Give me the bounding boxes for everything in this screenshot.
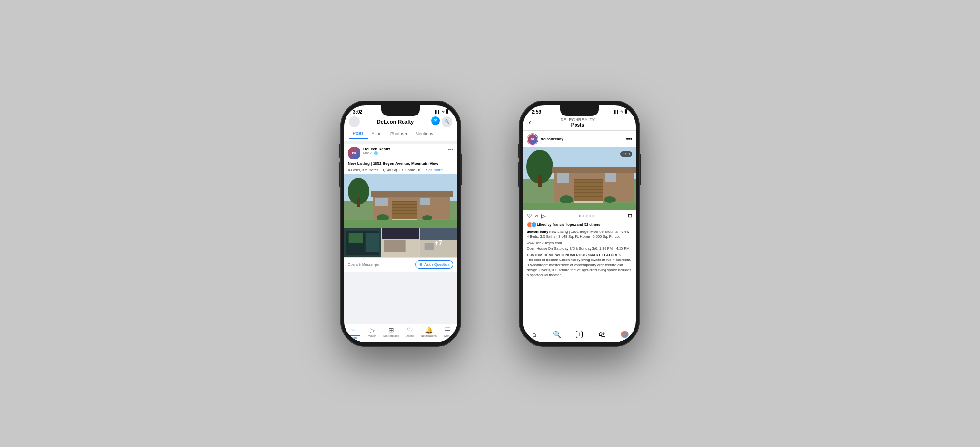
- ig-custom-home-title: CUSTOM HOME WITH NUMEROUS SMART FEATURES: [527, 253, 632, 258]
- svg-rect-41: [574, 192, 603, 193]
- ig-add-icon: +: [576, 331, 582, 338]
- fb-listing-detail: 4 Beds, 3.5 Baths | 3,148 Sq. Ft. Home |…: [348, 167, 453, 173]
- fb-page-avatar: DR: [348, 147, 360, 159]
- ig-username-header: DELEONREALTY: [535, 117, 620, 122]
- ig-like-icon[interactable]: ♡: [527, 213, 532, 219]
- ig-dot-5: [592, 215, 594, 217]
- fb-nav-dating[interactable]: ♡ Dating: [401, 326, 419, 339]
- ig-search-icon: 🔍: [553, 331, 561, 338]
- svg-rect-10: [392, 210, 417, 211]
- ig-caption: deleonrealty New Listing | 1652 Begen Av…: [523, 229, 636, 279]
- tab-photos[interactable]: Photos ▾: [387, 129, 412, 139]
- fb-see-more[interactable]: See more: [426, 168, 443, 172]
- svg-point-46: [560, 195, 573, 204]
- svg-rect-43: [557, 173, 569, 183]
- watch-icon: ▷: [370, 326, 375, 334]
- ig-posts-title: Posts: [535, 122, 620, 128]
- fb-content: DR DeLeon Realty Mar 2 · 🌐 ••• New Listi…: [344, 141, 457, 324]
- svg-rect-18: [344, 220, 457, 228]
- home-icon: ⌂: [351, 326, 355, 334]
- fb-post-body: New Listing | 1652 Begen Avenue, Mountai…: [344, 161, 457, 174]
- svg-rect-39: [574, 186, 603, 187]
- fb-back-button[interactable]: ‹: [349, 116, 360, 127]
- fb-battery-icon: ▊: [446, 110, 448, 114]
- fb-post-card: DR DeLeon Realty Mar 2 · 🌐 ••• New Listi…: [344, 144, 457, 272]
- fb-post-more[interactable]: •••: [448, 147, 453, 152]
- ig-photo-counter: 1/10: [620, 151, 632, 157]
- tab-posts[interactable]: Posts: [349, 129, 368, 139]
- svg-rect-12: [392, 216, 417, 216]
- fb-search-button[interactable]: 🔍: [442, 116, 452, 127]
- fb-opens-messenger-label: Opens in Messenger: [348, 263, 379, 266]
- ig-nav-search[interactable]: 🔍: [546, 331, 568, 338]
- fb-nav-home[interactable]: ⌂ Home: [344, 326, 363, 339]
- ig-status-icons: ▌▌ ∿ ▊: [614, 110, 627, 114]
- ig-likes-text: Liked by francis_lopez and 52 others: [537, 222, 600, 227]
- fb-post-author: DeLeon Realty: [363, 147, 390, 151]
- ig-dot-1: [579, 215, 581, 217]
- messenger-icon[interactable]: ✉: [431, 116, 440, 125]
- ig-liker-avatar-2: [531, 222, 537, 228]
- fb-tabs: Posts About Photos ▾ Mentions: [349, 129, 452, 139]
- fb-nav-marketplace[interactable]: ⊞ Marketplace: [382, 326, 401, 339]
- svg-rect-11: [392, 213, 417, 214]
- fb-nav-menu[interactable]: ☰ Menu: [438, 326, 457, 339]
- svg-rect-48: [523, 203, 636, 210]
- ig-handle[interactable]: deleonrealty: [541, 137, 626, 141]
- fb-post-actions: Opens in Messenger ⊕ Ask a Question: [344, 257, 457, 272]
- ig-details: 4 Beds, 3.5 Baths | 3,148 Sq. Ft. Home |…: [527, 234, 620, 239]
- notch-right: [560, 105, 599, 116]
- ig-nav-shop[interactable]: 🛍: [591, 331, 613, 338]
- ig-wifi-icon: ∿: [620, 110, 623, 114]
- svg-rect-42: [574, 196, 603, 197]
- svg-rect-25: [384, 240, 406, 252]
- svg-rect-13: [375, 198, 388, 206]
- ig-content: DR deleonrealty •••: [523, 131, 636, 328]
- fb-image-grid: +7: [344, 174, 457, 257]
- ig-shop-icon: 🛍: [599, 331, 605, 338]
- fb-bottom-nav: ⌂ Home ▷ Watch ⊞ Marketplace ♡ Dating: [344, 324, 457, 342]
- ig-back-button[interactable]: ‹: [529, 118, 531, 126]
- ig-profile-avatar: [621, 331, 629, 338]
- ig-nav-profile[interactable]: [613, 331, 636, 338]
- ig-nav-add[interactable]: +: [568, 331, 591, 338]
- ig-post-header: DR deleonrealty •••: [523, 131, 636, 147]
- svg-point-17: [422, 215, 432, 221]
- ig-carousel-dots: [579, 215, 594, 217]
- phone-instagram: 2:59 ▌▌ ∿ ▊ ‹ DELEONREALTY Posts: [519, 101, 640, 347]
- fb-time: 3:02: [353, 109, 362, 115]
- ig-comment-icon[interactable]: ○: [535, 213, 538, 219]
- fb-nav-watch[interactable]: ▷ Watch: [363, 326, 382, 339]
- fb-header: ‹ DeLeon Realty ✉ 🔍 Posts About: [344, 115, 457, 141]
- ig-battery-icon: ▊: [625, 110, 627, 114]
- main-scene: 3:02 ▌▌ ∿ ▊ ‹ DeLeon Realty ✉ 🔍: [0, 0, 980, 447]
- tab-about[interactable]: About: [368, 129, 387, 139]
- ig-header: ‹ DELEONREALTY Posts: [523, 115, 636, 131]
- ig-avatar: DR: [527, 133, 538, 145]
- ig-share-icon[interactable]: ▷: [541, 213, 546, 219]
- ig-caption-handle: deleonrealty: [527, 230, 548, 234]
- notch-left: [381, 105, 420, 116]
- svg-rect-26: [382, 228, 419, 239]
- ig-nav-home[interactable]: ⌂: [523, 331, 546, 338]
- ig-action-bar: ♡ ○ ▷ ⊡: [523, 210, 636, 222]
- phone-facebook: 3:02 ▌▌ ∿ ▊ ‹ DeLeon Realty ✉ 🔍: [340, 101, 461, 347]
- ig-more-button[interactable]: •••: [626, 136, 632, 143]
- bell-icon: 🔔: [425, 326, 433, 334]
- ask-question-button[interactable]: ⊕ Ask a Question: [415, 260, 453, 269]
- ig-bookmark-icon[interactable]: ⊡: [628, 213, 632, 219]
- svg-rect-33: [538, 175, 542, 187]
- ig-home-icon: ⌂: [532, 331, 536, 338]
- svg-rect-9: [392, 207, 417, 208]
- fb-sub-photo-3: +7: [420, 228, 457, 257]
- tab-mentions[interactable]: Mentions: [412, 129, 437, 139]
- svg-rect-5: [371, 191, 453, 197]
- svg-rect-8: [392, 204, 417, 205]
- ig-website-link[interactable]: www.1652Begen.com: [527, 241, 632, 246]
- facebook-screen: 3:02 ▌▌ ∿ ▊ ‹ DeLeon Realty ✉ 🔍: [344, 105, 457, 342]
- ask-icon: ⊕: [419, 262, 423, 267]
- fb-nav-notifications[interactable]: 🔔 Notifications: [419, 326, 438, 339]
- svg-rect-21: [349, 233, 363, 243]
- svg-rect-7: [392, 201, 417, 202]
- svg-point-47: [604, 196, 616, 203]
